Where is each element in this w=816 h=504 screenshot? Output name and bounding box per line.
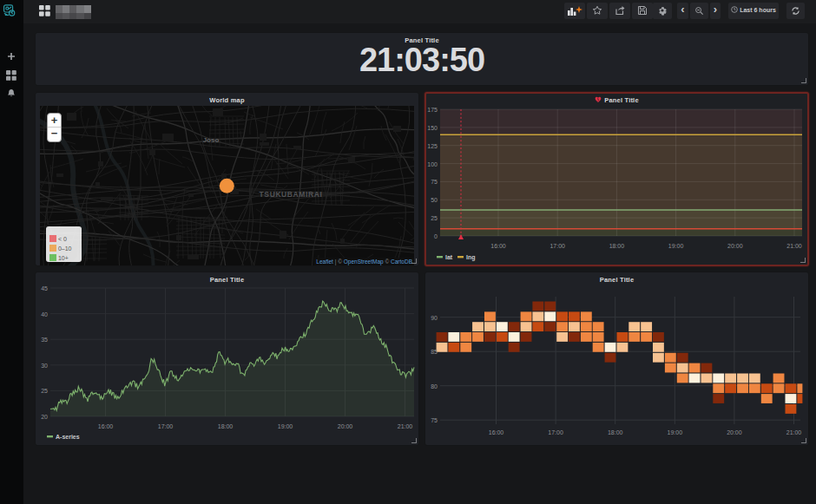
svg-text:16:00: 16:00 [490, 243, 506, 249]
svg-text:19:00: 19:00 [668, 243, 684, 249]
svg-text:TSUKUBAMIRAI: TSUKUBAMIRAI [260, 190, 323, 199]
svg-text:21:00: 21:00 [786, 429, 802, 435]
svg-text:17:00: 17:00 [158, 423, 174, 429]
svg-text:18:00: 18:00 [609, 243, 625, 249]
svg-text:175: 175 [427, 107, 438, 113]
svg-text:18:00: 18:00 [608, 429, 623, 435]
svg-text:0: 0 [434, 233, 438, 239]
svg-text:16:00: 16:00 [98, 423, 114, 429]
svg-text:100: 100 [427, 161, 438, 167]
svg-text:50: 50 [431, 197, 438, 203]
svg-text:18:00: 18:00 [218, 423, 234, 429]
svg-text:lng: lng [466, 254, 476, 261]
svg-text:80: 80 [431, 383, 438, 389]
svg-text:90: 90 [431, 315, 438, 321]
svg-text:20:00: 20:00 [338, 423, 353, 429]
svg-text:19:00: 19:00 [278, 423, 293, 429]
svg-text:20:00: 20:00 [727, 243, 743, 249]
svg-text:40: 40 [41, 311, 48, 317]
svg-text:16:00: 16:00 [489, 429, 504, 435]
svg-text:25: 25 [41, 388, 48, 394]
svg-text:75: 75 [431, 179, 438, 185]
svg-text:21:00: 21:00 [786, 243, 802, 249]
svg-text:25: 25 [431, 215, 438, 221]
svg-text:20: 20 [41, 414, 48, 420]
svg-text:85: 85 [431, 349, 438, 355]
svg-text:17:00: 17:00 [548, 429, 563, 435]
svg-text:150: 150 [427, 125, 438, 131]
svg-text:30: 30 [41, 363, 48, 369]
svg-text:17:00: 17:00 [549, 243, 565, 249]
svg-text:19:00: 19:00 [668, 429, 683, 435]
svg-text:21:00: 21:00 [398, 423, 413, 429]
svg-text:20:00: 20:00 [727, 429, 742, 435]
svg-text:lat: lat [445, 254, 453, 260]
svg-text:A-series: A-series [56, 434, 80, 440]
svg-text:Joso: Joso [203, 136, 220, 144]
svg-text:35: 35 [41, 337, 48, 343]
svg-text:45: 45 [41, 285, 48, 291]
svg-text:125: 125 [427, 143, 438, 149]
svg-text:75: 75 [431, 417, 438, 423]
